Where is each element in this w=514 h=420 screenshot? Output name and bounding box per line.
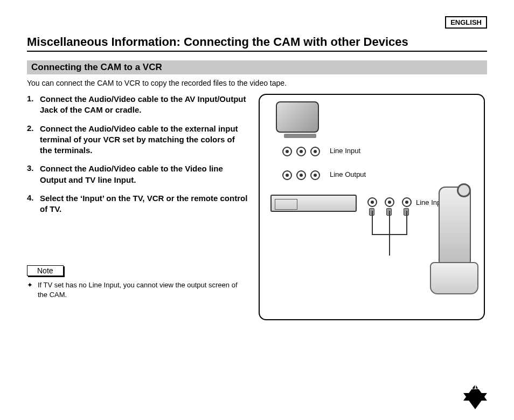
title-divider [27,51,487,52]
tv-screen [276,101,319,133]
step-item: 2. Connect the Audio/Video cable to the … [27,123,248,156]
note-item: ✦ If TV set has no Line Input, you canno… [27,280,248,299]
step-list: 1. Connect the Audio/Video cable to the … [27,94,248,215]
step-number: 3. [27,163,40,185]
step-number: 4. [27,193,40,215]
step-item: 3. Connect the Audio/Video cable to the … [27,163,248,185]
page-title: Miscellaneous Information: Connecting th… [27,35,487,49]
step-text: Select the ‘Input’ on the TV, VCR or the… [40,193,248,215]
diagram-label: Line Input [330,147,360,155]
step-number: 1. [27,94,40,116]
cable-line [406,211,407,235]
step-text: Connect the Audio/Video cable to the Vid… [40,163,248,185]
page-number-badge: 113 [463,384,487,409]
rca-connector-icon [310,147,320,156]
camera-lens [457,183,471,197]
rca-connector-icon [282,147,292,156]
page-footer: 113 [463,384,487,409]
page-number: 113 [469,383,481,391]
tv-icon [276,101,324,140]
right-column: Line Input Line Output Line Input [259,94,485,320]
rca-connector-icon [282,170,292,180]
content-row: 1. Connect the Audio/Video cable to the … [27,94,487,320]
left-column: 1. Connect the Audio/Video cable to the … [27,94,248,320]
step-number: 2. [27,123,40,156]
connector-row-3 [367,197,412,207]
section-heading: Connecting the CAM to a VCR [27,60,487,74]
step-item: 1. Connect the Audio/Video cable to the … [27,94,248,116]
rca-connector-icon [310,170,320,180]
rca-connector-icon [367,197,377,207]
camera-body [439,187,471,267]
triangle-down-icon [463,393,487,409]
note-bullet-icon: ✦ [27,280,38,299]
camera-cradle [430,262,478,294]
connection-diagram: Line Input Line Output Line Input [259,94,485,320]
connector-row-2 [282,170,320,180]
tv-base [284,134,316,138]
cable-line [372,211,373,235]
step-text: Connect the Audio/Video cable to the AV … [40,94,248,116]
rca-connector-icon [402,197,412,207]
rca-connector-icon [385,197,394,207]
rca-connector-icon [296,147,306,156]
cable-down [389,234,390,256]
diagram-label: Line Output [330,170,366,178]
note-text: If TV set has no Line Input, you cannot … [38,280,248,299]
intro-text: You can connect the CAM to VCR to copy t… [27,79,487,87]
connector-row-1 [282,147,320,156]
step-text: Connect the Audio/Video cable to the ext… [40,123,248,156]
language-badge: ENGLISH [445,16,487,29]
vcr-icon [270,195,357,212]
camera-icon [435,187,474,294]
note-label-box: Note [27,265,64,276]
rca-connector-icon [296,170,306,180]
step-item: 4. Select the ‘Input’ on the TV, VCR or … [27,193,248,215]
cable-line [389,211,390,235]
